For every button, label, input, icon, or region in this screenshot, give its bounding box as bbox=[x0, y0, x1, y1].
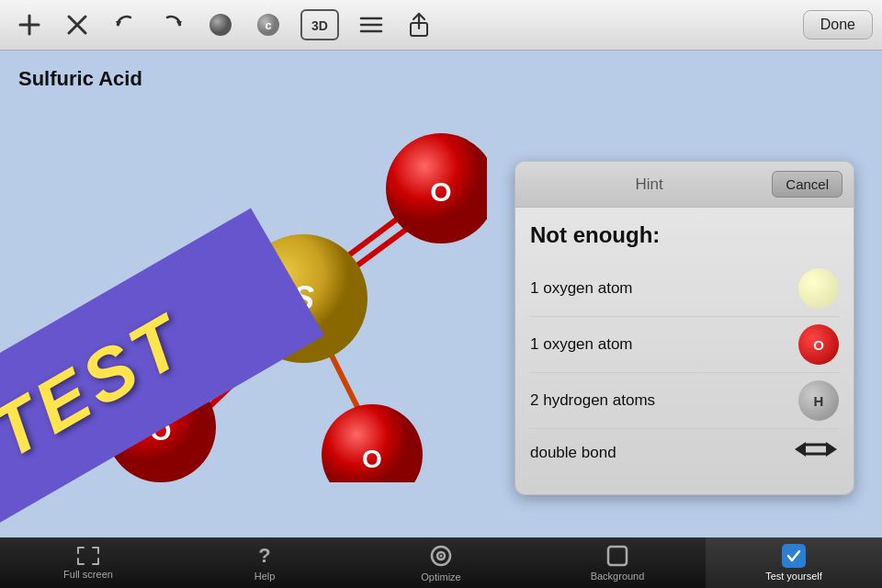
svg-rect-37 bbox=[608, 547, 627, 565]
redo-button[interactable] bbox=[153, 6, 193, 43]
test-yourself-tab[interactable]: Test yourself bbox=[706, 537, 882, 588]
hint-title: Hint bbox=[526, 175, 772, 194]
toolbar: c 3D Done bbox=[0, 0, 882, 51]
list-button[interactable] bbox=[351, 6, 391, 43]
optimize-tab-label: Optimize bbox=[421, 571, 460, 582]
svg-point-36 bbox=[440, 555, 443, 558]
svg-text:3D: 3D bbox=[311, 18, 328, 33]
hint-body: Not enough: 1 oxygen atom 1 oxygen atom … bbox=[515, 208, 854, 494]
test-yourself-tab-label: Test yourself bbox=[765, 571, 822, 582]
svg-point-6 bbox=[209, 14, 232, 36]
svg-text:c: c bbox=[265, 18, 271, 32]
close-button[interactable] bbox=[57, 6, 97, 43]
hint-atom-hydrogen-icon: H bbox=[798, 380, 839, 421]
undo-button[interactable] bbox=[105, 6, 145, 43]
hint-header: Hint Cancel bbox=[515, 162, 854, 208]
hint-atom-oxygen-icon: O bbox=[798, 324, 839, 365]
main-area: Sulfuric Acid bbox=[0, 51, 882, 537]
optimize-tab[interactable]: Optimize bbox=[353, 537, 529, 588]
model-ball-button[interactable] bbox=[200, 6, 241, 43]
full-screen-tab-label: Full screen bbox=[63, 569, 113, 580]
hint-atom-cream-icon bbox=[798, 268, 839, 309]
svg-marker-29 bbox=[795, 442, 806, 457]
background-tab[interactable]: Background bbox=[529, 537, 706, 588]
molecule-title: Sulfuric Acid bbox=[18, 67, 142, 91]
hint-bond-icon bbox=[793, 436, 839, 469]
svg-marker-32 bbox=[826, 442, 837, 457]
share-button[interactable] bbox=[399, 6, 439, 43]
hint-cancel-button[interactable]: Cancel bbox=[772, 171, 842, 198]
help-tab[interactable]: ? Help bbox=[176, 537, 353, 588]
hint-row-bond-label: double bond bbox=[530, 444, 793, 462]
svg-text:O: O bbox=[362, 445, 382, 473]
help-tab-label: Help bbox=[254, 571, 276, 582]
not-enough-heading: Not enough: bbox=[530, 222, 839, 248]
hint-panel: Hint Cancel Not enough: 1 oxygen atom 1 … bbox=[514, 161, 854, 495]
svg-text:O: O bbox=[430, 176, 451, 207]
model-c-button[interactable]: c bbox=[248, 6, 288, 43]
background-tab-label: Background bbox=[591, 571, 645, 582]
hint-row-bond: double bond bbox=[530, 429, 839, 476]
done-button[interactable]: Done bbox=[803, 10, 873, 40]
full-screen-tab[interactable]: Full screen bbox=[0, 537, 176, 588]
test-yourself-icon bbox=[782, 544, 806, 568]
3d-button[interactable]: 3D bbox=[296, 6, 344, 43]
tabbar: Full screen ? Help Optimize Background T… bbox=[0, 537, 882, 588]
hint-row-cream: 1 oxygen atom bbox=[530, 261, 839, 317]
hint-row-oxygen: 1 oxygen atom O bbox=[530, 317, 839, 373]
hint-row-hydrogen: 2 hydrogen atoms H bbox=[530, 373, 839, 429]
hint-row-oxygen-label: 1 oxygen atom bbox=[530, 335, 798, 354]
add-button[interactable] bbox=[9, 6, 50, 43]
hint-row-hydrogen-label: 2 hydrogen atoms bbox=[530, 391, 798, 410]
svg-text:?: ? bbox=[258, 544, 270, 567]
hint-row-cream-label: 1 oxygen atom bbox=[530, 279, 798, 298]
